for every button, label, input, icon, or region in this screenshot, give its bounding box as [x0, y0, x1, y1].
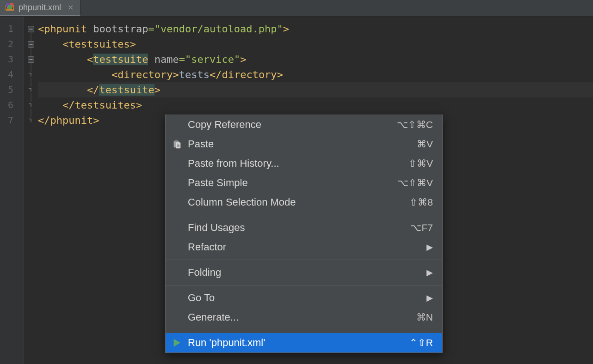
menu-item-paste-simple[interactable]: Paste Simple⌥⇧⌘V: [166, 173, 442, 193]
menu-separator: [166, 285, 442, 285]
menu-shortcut: ⌥⇧⌘V: [397, 177, 433, 188]
menu-item-label: Column Selection Mode: [188, 196, 409, 208]
code-line: </testsuites>: [38, 97, 593, 113]
fold-gutter: [24, 17, 38, 364]
context-menu: Copy Reference⌥⇧⌘CPaste⌘VPaste from Hist…: [165, 115, 443, 353]
svg-rect-4: [8, 5, 12, 9]
menu-shortcut: ⌘V: [417, 139, 433, 150]
menu-item-label: Go To: [188, 292, 426, 304]
menu-item-label: Run 'phpunit.xml': [188, 337, 409, 349]
fold-toggle-icon[interactable]: [24, 21, 38, 36]
menu-item-copy-reference[interactable]: Copy Reference⌥⇧⌘C: [166, 115, 442, 134]
line-number: 3: [0, 52, 24, 67]
tab-filename: phpunit.xml: [19, 3, 61, 12]
menu-item-generate[interactable]: Generate...⌘N: [166, 308, 442, 327]
editor-tab[interactable]: phpunit.xml ✕: [0, 0, 80, 16]
menu-shortcut: ⌥F7: [410, 222, 433, 233]
menu-item-label: Paste from History...: [188, 158, 408, 170]
menu-separator: [166, 330, 442, 330]
menu-separator: [166, 260, 442, 260]
menu-item-run[interactable]: Run 'phpunit.xml'⌃⇧R: [166, 333, 442, 352]
menu-icon-slot: [171, 177, 182, 188]
line-number: 4: [0, 67, 24, 82]
menu-item-find-usages[interactable]: Find Usages⌥F7: [166, 218, 442, 237]
menu-shortcut: ⇧⌘V: [408, 158, 433, 169]
menu-icon-slot: [171, 267, 182, 278]
submenu-arrow-icon: ▶: [426, 242, 433, 252]
menu-item-refactor[interactable]: Refactor▶: [166, 237, 442, 257]
fold-toggle-icon[interactable]: [24, 52, 38, 67]
editor-area: 1234567 <phpunit bootstrap="vendor/autol…: [0, 17, 593, 364]
menu-shortcut: ⌘N: [416, 312, 433, 323]
svg-rect-12: [175, 140, 178, 142]
line-number: 6: [0, 97, 24, 113]
menu-item-label: Paste: [188, 138, 417, 150]
fold-toggle-icon[interactable]: [24, 82, 38, 97]
line-number: 2: [0, 36, 24, 52]
tab-bar: phpunit.xml ✕: [0, 0, 593, 17]
menu-icon-slot: [171, 312, 182, 323]
menu-item-paste[interactable]: Paste⌘V: [166, 134, 442, 154]
code-line: <phpunit bootstrap="vendor/autoload.php"…: [38, 21, 593, 36]
menu-shortcut: ⇧⌘8: [409, 197, 433, 208]
submenu-arrow-icon: ▶: [426, 293, 433, 303]
xml-file-icon: [5, 2, 15, 12]
menu-icon-slot: [171, 119, 182, 130]
submenu-arrow-icon: ▶: [426, 267, 433, 278]
menu-icon-slot: [171, 222, 182, 233]
play-icon: [171, 337, 182, 348]
fold-toggle-icon[interactable]: [24, 67, 38, 82]
code-line: </testsuite>: [38, 82, 593, 97]
line-number: 7: [0, 113, 24, 128]
menu-shortcut: ⌃⇧R: [409, 337, 433, 348]
fold-toggle-icon[interactable]: [24, 113, 38, 128]
line-number: 1: [0, 21, 24, 36]
menu-item-label: Refactor: [188, 241, 426, 253]
menu-item-paste-history[interactable]: Paste from History...⇧⌘V: [166, 154, 442, 173]
menu-item-label: Copy Reference: [188, 119, 397, 131]
menu-item-label: Paste Simple: [188, 177, 397, 189]
menu-item-label: Folding: [188, 267, 426, 279]
menu-icon-slot: [171, 242, 182, 253]
menu-item-column-select[interactable]: Column Selection Mode⇧⌘8: [166, 193, 442, 212]
menu-separator: [166, 215, 442, 215]
fold-toggle-icon[interactable]: [24, 36, 38, 52]
menu-icon-slot: [171, 158, 182, 169]
paste-icon: [171, 139, 182, 150]
menu-item-folding[interactable]: Folding▶: [166, 263, 442, 282]
menu-icon-slot: [171, 197, 182, 208]
svg-marker-17: [174, 339, 181, 347]
code-line: <directory>tests</directory>: [38, 67, 593, 82]
line-number-gutter: 1234567: [0, 17, 24, 364]
menu-item-go-to[interactable]: Go To▶: [166, 288, 442, 308]
fold-toggle-icon[interactable]: [24, 97, 38, 113]
menu-shortcut: ⌥⇧⌘C: [397, 119, 433, 130]
code-line: <testsuites>: [38, 36, 593, 52]
close-icon[interactable]: ✕: [68, 3, 74, 12]
menu-icon-slot: [171, 292, 182, 303]
menu-item-label: Find Usages: [188, 222, 410, 234]
code-line: <testsuite name="service">: [38, 52, 593, 67]
line-number: 5: [0, 82, 24, 97]
menu-item-label: Generate...: [188, 311, 416, 323]
